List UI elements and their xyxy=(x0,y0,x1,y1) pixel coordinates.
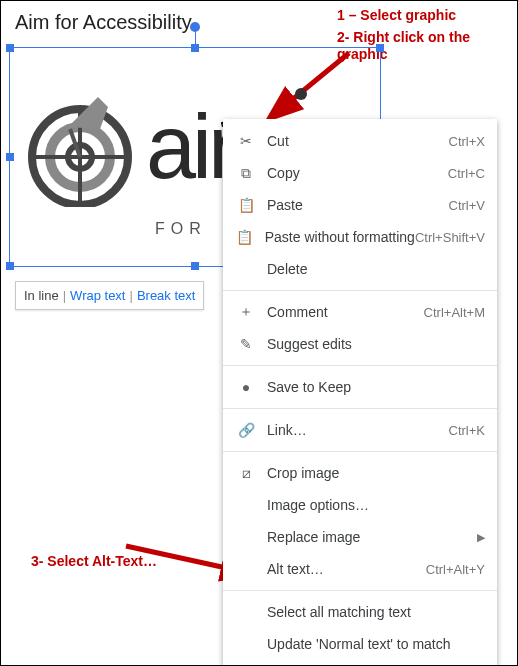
text-wrap-toolbar: In line | Wrap text | Break text xyxy=(15,281,204,310)
menu-item-label: Paste xyxy=(257,197,449,213)
paste-icon: 📋 xyxy=(235,197,257,213)
menu-item-label: Replace image xyxy=(257,529,477,545)
resize-handle[interactable] xyxy=(191,262,199,270)
menu-item-label: Image options… xyxy=(257,497,485,513)
target-icon xyxy=(20,87,140,207)
menu-link[interactable]: 🔗 Link… Ctrl+K xyxy=(223,414,497,446)
menu-select-matching[interactable]: Select all matching text xyxy=(223,596,497,628)
svg-line-1 xyxy=(126,546,231,569)
graphic-subtitle: FOR xyxy=(155,220,207,238)
menu-item-label: Suggest edits xyxy=(257,336,485,352)
resize-handle[interactable] xyxy=(191,44,199,52)
page-title: Aim for Accessibility xyxy=(15,11,192,34)
resize-handle[interactable] xyxy=(6,262,14,270)
rotation-handle[interactable] xyxy=(190,22,200,32)
menu-item-label: Select all matching text xyxy=(257,604,485,620)
resize-handle[interactable] xyxy=(6,44,14,52)
menu-item-label: Crop image xyxy=(257,465,485,481)
wrap-inline-option[interactable]: In line xyxy=(24,288,59,303)
menu-divider xyxy=(223,590,497,591)
menu-suggest-edits[interactable]: ✎ Suggest edits xyxy=(223,328,497,360)
menu-delete[interactable]: Delete xyxy=(223,253,497,285)
context-menu: ✂ Cut Ctrl+X ⧉ Copy Ctrl+C 📋 Paste Ctrl+… xyxy=(223,119,497,666)
comment-icon: ＋ xyxy=(235,303,257,321)
wrap-text-option[interactable]: Wrap text xyxy=(70,288,125,303)
menu-divider xyxy=(223,451,497,452)
suggest-icon: ✎ xyxy=(235,336,257,352)
menu-paste-without-formatting[interactable]: 📋 Paste without formatting Ctrl+Shift+V xyxy=(223,221,497,253)
menu-item-label: Update 'Normal text' to match xyxy=(257,636,485,652)
resize-handle[interactable] xyxy=(376,44,384,52)
break-text-option[interactable]: Break text xyxy=(137,288,196,303)
menu-item-label: Save to Keep xyxy=(257,379,485,395)
menu-shortcut: Ctrl+Alt+Y xyxy=(426,562,485,577)
menu-shortcut: Ctrl+V xyxy=(449,198,485,213)
menu-paste[interactable]: 📋 Paste Ctrl+V xyxy=(223,189,497,221)
menu-copy[interactable]: ⧉ Copy Ctrl+C xyxy=(223,157,497,189)
keep-icon: ● xyxy=(235,379,257,395)
menu-item-label: Delete xyxy=(257,261,485,277)
resize-handle[interactable] xyxy=(6,153,14,161)
menu-item-label: Comment xyxy=(257,304,424,320)
graphic-dot xyxy=(295,88,307,100)
menu-cut[interactable]: ✂ Cut Ctrl+X xyxy=(223,125,497,157)
menu-item-label: Cut xyxy=(257,133,449,149)
submenu-arrow-icon: ▶ xyxy=(477,531,485,544)
menu-alt-text[interactable]: Alt text… Ctrl+Alt+Y xyxy=(223,553,497,585)
menu-item-label: Link… xyxy=(257,422,449,438)
annotation-step1: 1 – Select graphic xyxy=(337,7,456,24)
menu-shortcut: Ctrl+X xyxy=(449,134,485,149)
menu-comment[interactable]: ＋ Comment Ctrl+Alt+M xyxy=(223,296,497,328)
menu-save-to-keep[interactable]: ● Save to Keep xyxy=(223,371,497,403)
crop-icon: ⧄ xyxy=(235,465,257,482)
menu-shortcut: Ctrl+Alt+M xyxy=(424,305,485,320)
link-icon: 🔗 xyxy=(235,422,257,438)
paste-plain-icon: 📋 xyxy=(235,229,255,245)
menu-image-options[interactable]: Image options… xyxy=(223,489,497,521)
menu-item-label: Paste without formatting xyxy=(255,229,415,245)
menu-divider xyxy=(223,290,497,291)
menu-shortcut: Ctrl+Shift+V xyxy=(415,230,485,245)
menu-crop-image[interactable]: ⧄ Crop image xyxy=(223,457,497,489)
menu-item-label: Alt text… xyxy=(257,561,426,577)
menu-shortcut: Ctrl+K xyxy=(449,423,485,438)
menu-update-style[interactable]: Update 'Normal text' to match xyxy=(223,628,497,660)
cut-icon: ✂ xyxy=(235,133,257,149)
menu-divider xyxy=(223,365,497,366)
menu-replace-image[interactable]: Replace image ▶ xyxy=(223,521,497,553)
copy-icon: ⧉ xyxy=(235,165,257,182)
menu-divider xyxy=(223,408,497,409)
menu-shortcut: Ctrl+C xyxy=(448,166,485,181)
menu-item-label: Copy xyxy=(257,165,448,181)
